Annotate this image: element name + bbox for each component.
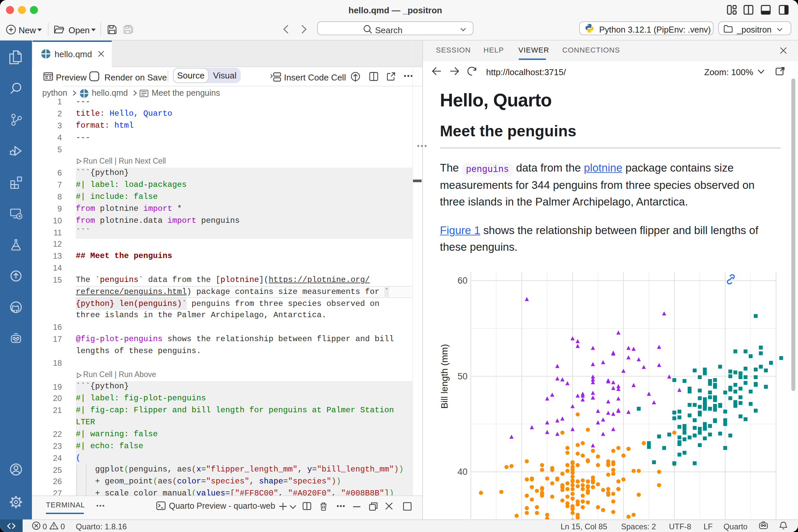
svg-text:40: 40	[457, 467, 467, 477]
svg-text:50: 50	[457, 372, 467, 381]
svg-text:60: 60	[457, 276, 467, 286]
svg-text:Bill length (mm): Bill length (mm)	[439, 344, 449, 408]
